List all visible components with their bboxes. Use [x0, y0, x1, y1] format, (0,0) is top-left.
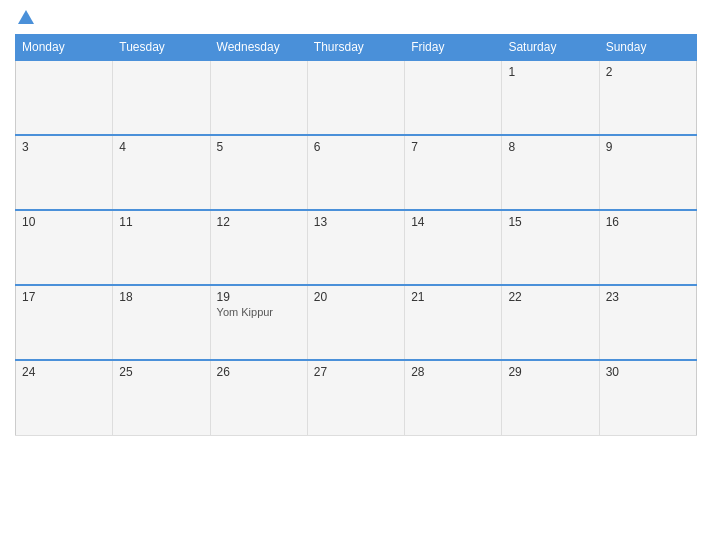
weekday-thursday: Thursday — [307, 35, 404, 61]
weekday-tuesday: Tuesday — [113, 35, 210, 61]
calendar-cell: 26 — [210, 360, 307, 435]
weekday-header-row: MondayTuesdayWednesdayThursdayFridaySatu… — [16, 35, 697, 61]
day-number: 17 — [22, 290, 35, 304]
calendar-cell: 17 — [16, 285, 113, 360]
weekday-friday: Friday — [405, 35, 502, 61]
weekday-saturday: Saturday — [502, 35, 599, 61]
weekday-wednesday: Wednesday — [210, 35, 307, 61]
day-number: 10 — [22, 215, 35, 229]
calendar-cell: 24 — [16, 360, 113, 435]
week-row-5: 24252627282930 — [16, 360, 697, 435]
day-number: 26 — [217, 365, 230, 379]
calendar-cell: 1 — [502, 60, 599, 135]
week-row-2: 3456789 — [16, 135, 697, 210]
day-number: 9 — [606, 140, 613, 154]
day-number: 29 — [508, 365, 521, 379]
calendar-cell — [16, 60, 113, 135]
calendar-cell: 28 — [405, 360, 502, 435]
calendar-cell — [405, 60, 502, 135]
day-number: 20 — [314, 290, 327, 304]
calendar-cell: 25 — [113, 360, 210, 435]
logo — [15, 10, 34, 26]
day-number: 19 — [217, 290, 230, 304]
day-number: 11 — [119, 215, 132, 229]
calendar-cell: 15 — [502, 210, 599, 285]
day-number: 28 — [411, 365, 424, 379]
day-number: 2 — [606, 65, 613, 79]
day-number: 13 — [314, 215, 327, 229]
calendar-cell: 2 — [599, 60, 696, 135]
weekday-sunday: Sunday — [599, 35, 696, 61]
week-row-4: 171819Yom Kippur20212223 — [16, 285, 697, 360]
day-number: 15 — [508, 215, 521, 229]
calendar-cell — [210, 60, 307, 135]
calendar-cell: 21 — [405, 285, 502, 360]
day-number: 16 — [606, 215, 619, 229]
calendar-cell: 7 — [405, 135, 502, 210]
calendar-cell: 13 — [307, 210, 404, 285]
day-number: 1 — [508, 65, 515, 79]
calendar-cell: 22 — [502, 285, 599, 360]
week-row-1: 12 — [16, 60, 697, 135]
calendar-cell: 11 — [113, 210, 210, 285]
day-number: 21 — [411, 290, 424, 304]
day-number: 5 — [217, 140, 224, 154]
day-number: 25 — [119, 365, 132, 379]
calendar-cell: 14 — [405, 210, 502, 285]
day-number: 30 — [606, 365, 619, 379]
calendar-cell: 16 — [599, 210, 696, 285]
day-number: 3 — [22, 140, 29, 154]
calendar-table: MondayTuesdayWednesdayThursdayFridaySatu… — [15, 34, 697, 436]
calendar-cell: 9 — [599, 135, 696, 210]
calendar-event: Yom Kippur — [217, 306, 301, 318]
week-row-3: 10111213141516 — [16, 210, 697, 285]
day-number: 6 — [314, 140, 321, 154]
calendar-cell: 20 — [307, 285, 404, 360]
day-number: 7 — [411, 140, 418, 154]
day-number: 4 — [119, 140, 126, 154]
calendar-cell: 10 — [16, 210, 113, 285]
calendar-cell — [307, 60, 404, 135]
calendar-cell: 4 — [113, 135, 210, 210]
header — [15, 10, 697, 26]
calendar-cell: 5 — [210, 135, 307, 210]
calendar-cell: 18 — [113, 285, 210, 360]
day-number: 18 — [119, 290, 132, 304]
logo-triangle-icon — [18, 10, 34, 24]
day-number: 14 — [411, 215, 424, 229]
calendar-cell: 3 — [16, 135, 113, 210]
day-number: 23 — [606, 290, 619, 304]
calendar-page: MondayTuesdayWednesdayThursdayFridaySatu… — [0, 0, 712, 550]
calendar-cell: 12 — [210, 210, 307, 285]
calendar-cell: 6 — [307, 135, 404, 210]
day-number: 22 — [508, 290, 521, 304]
calendar-cell — [113, 60, 210, 135]
calendar-cell: 30 — [599, 360, 696, 435]
calendar-cell: 8 — [502, 135, 599, 210]
day-number: 24 — [22, 365, 35, 379]
day-number: 8 — [508, 140, 515, 154]
calendar-cell: 19Yom Kippur — [210, 285, 307, 360]
calendar-cell: 29 — [502, 360, 599, 435]
calendar-cell: 23 — [599, 285, 696, 360]
day-number: 27 — [314, 365, 327, 379]
day-number: 12 — [217, 215, 230, 229]
weekday-monday: Monday — [16, 35, 113, 61]
calendar-cell: 27 — [307, 360, 404, 435]
